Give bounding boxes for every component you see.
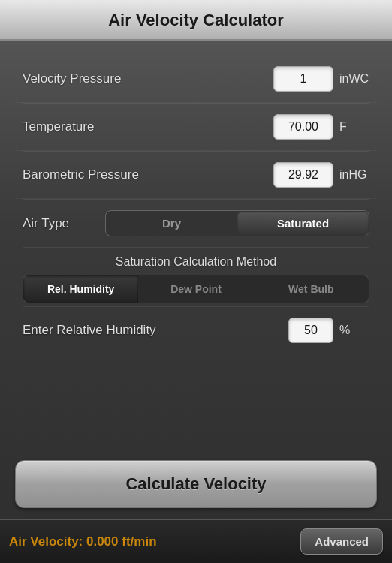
velocity-pressure-unit: inWC (339, 72, 369, 86)
barometric-pressure-unit: inHG (339, 168, 369, 182)
velocity-pressure-label: Velocity Pressure (23, 71, 121, 86)
air-type-label: Air Type (23, 216, 90, 231)
saturation-method-title: Saturation Calculation Method (15, 248, 377, 275)
temperature-input-group: F (273, 114, 369, 140)
velocity-pressure-input[interactable] (273, 66, 333, 92)
barometric-pressure-label: Barometric Pressure (23, 167, 139, 182)
humidity-input[interactable] (288, 318, 333, 343)
method-rel-humidity-button[interactable]: Rel. Humidity (23, 275, 138, 303)
app-title: Air Velocity Calculator (108, 11, 284, 29)
method-dew-point-button[interactable]: Dew Point (138, 275, 253, 303)
humidity-row: Enter Relative Humidity % (15, 307, 377, 354)
temperature-input[interactable] (273, 114, 333, 140)
saturation-method-control: Rel. Humidity Dew Point Wet Bulb (23, 275, 369, 303)
header: Air Velocity Calculator (0, 0, 392, 41)
temperature-row: Temperature F (15, 104, 377, 151)
method-wet-bulb-button[interactable]: Wet Bulb (254, 275, 369, 303)
advanced-button[interactable]: Advanced (300, 528, 383, 555)
humidity-input-group: % (288, 318, 369, 343)
main-content: Velocity Pressure inWC Temperature F Bar… (0, 41, 392, 445)
footer: Air Velocity: 0.000 ft/min Advanced (0, 519, 392, 563)
calculate-velocity-button[interactable]: Calculate Velocity (15, 460, 377, 508)
air-type-saturated-button[interactable]: Saturated (237, 211, 369, 236)
air-type-dry-button[interactable]: Dry (106, 211, 237, 236)
velocity-pressure-row: Velocity Pressure inWC (15, 56, 377, 103)
temperature-label: Temperature (23, 119, 94, 134)
barometric-pressure-input-group: inHG (273, 162, 369, 188)
air-velocity-result: Air Velocity: 0.000 ft/min (9, 534, 157, 549)
calculate-button-container: Calculate Velocity (0, 445, 392, 519)
humidity-unit: % (339, 324, 369, 337)
humidity-label: Enter Relative Humidity (23, 323, 156, 338)
barometric-pressure-input[interactable] (273, 162, 333, 188)
velocity-pressure-input-group: inWC (273, 66, 369, 92)
temperature-unit: F (339, 120, 369, 134)
barometric-pressure-row: Barometric Pressure inHG (15, 152, 377, 199)
air-type-segmented-control: Dry Saturated (105, 210, 369, 236)
air-type-row: Air Type Dry Saturated (15, 200, 377, 247)
app-container: Air Velocity Calculator Velocity Pressur… (0, 0, 392, 563)
